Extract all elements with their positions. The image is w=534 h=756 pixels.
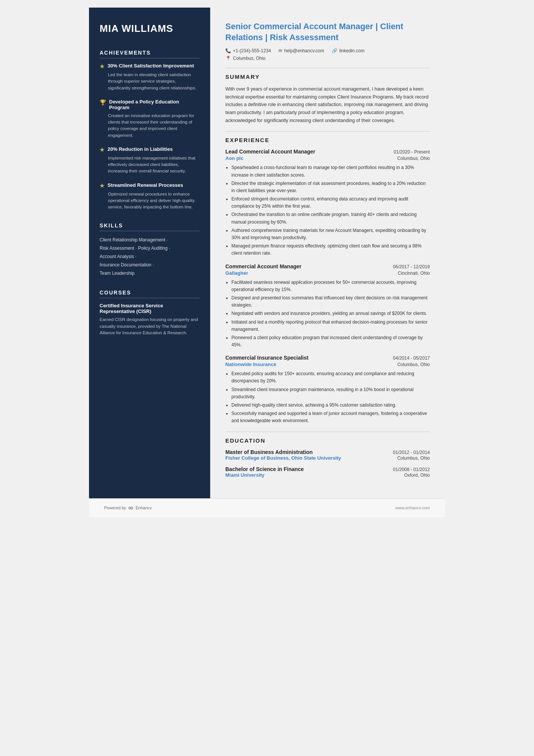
course-title: Certified Insurance Service Representati…: [100, 303, 200, 314]
bullet-item: Facilitated seamless renewal application…: [231, 279, 430, 293]
courses-title: COURSES: [100, 290, 200, 298]
edu-school-name: Fisher College of Business, Ohio State U…: [225, 455, 341, 461]
edu-header: Bachelor of Science in Finance 01/2008 -…: [225, 466, 430, 472]
skill-item: Client Relationship Management ·: [100, 236, 200, 244]
achievement-item: ★ 20% Reduction in Liabilities Implement…: [100, 146, 200, 175]
main-content: Senior Commercial Account Manager | Clie…: [210, 8, 445, 498]
exp-location: Columbus, Ohio: [397, 156, 430, 161]
phone-contact: 📞 +1-(234)-555-1234: [225, 48, 271, 53]
bullet-item: Pioneered a client policy education prog…: [231, 334, 430, 349]
location-icon: 📍: [225, 56, 231, 61]
star-icon: ★: [100, 63, 105, 69]
exp-job-title: Lead Commercial Account Manager: [225, 149, 315, 155]
phone-icon: 📞: [225, 48, 231, 53]
experience-list: Lead Commercial Account Manager 01/2020 …: [225, 149, 430, 424]
bullet-item: Directed the strategic implementation of…: [231, 180, 430, 194]
exp-header: Commercial Account Manager 06/2017 - 12/…: [225, 263, 430, 269]
exp-company-row: Aon plc Columbus, Ohio: [225, 155, 430, 161]
achievement-desc: Implemented risk management initiatives …: [100, 155, 200, 175]
sidebar: MIA WILLIAMS ACHIEVEMENTS ★ 30% Client S…: [89, 8, 210, 498]
bullet-item: Orchestrated the transition to an online…: [231, 211, 430, 225]
education-list: Master of Business Administration 01/201…: [225, 449, 430, 478]
experience-heading: EXPERIENCE: [225, 137, 430, 143]
skills-list: Client Relationship Management ·Risk Ass…: [100, 236, 200, 277]
location-row: 📍 Columbus, Ohio: [225, 56, 430, 61]
email-text: help@enhancv.com: [284, 48, 324, 53]
linkedin-text: linkedin.com: [339, 48, 365, 53]
exp-company-name: Gallagher: [225, 270, 248, 276]
divider-summary: [225, 68, 430, 68]
linkedin-contact: 🔗 linkedin.com: [332, 48, 365, 53]
email-icon: ✉: [278, 48, 282, 53]
bullet-item: Authored comprehensive training material…: [231, 227, 430, 241]
footer-website: www.enhancv.com: [395, 506, 430, 510]
trophy-icon: 🏆: [100, 99, 106, 105]
skill-item: Team Leadership: [100, 269, 200, 277]
achievement-title-text: Streamlined Renewal Processes: [108, 182, 183, 188]
exp-date: 04/2014 - 05/2017: [393, 355, 430, 361]
email-contact: ✉ help@enhancv.com: [278, 48, 324, 53]
exp-date: 06/2017 - 12/2019: [393, 264, 430, 269]
summary-text: With over 9 years of experience in comme…: [225, 85, 430, 124]
edu-location: Oxford, Ohio: [404, 473, 430, 478]
experience-item: Commercial Insurance Specialist 04/2014 …: [225, 355, 430, 424]
location-text: Columbus, Ohio: [233, 56, 265, 61]
exp-company-row: Gallagher Cincinnati, Ohio: [225, 270, 430, 276]
achievement-item: 🏆 Developed a Policy Education Program C…: [100, 99, 200, 139]
bullet-item: Successfully managed and supported a tea…: [231, 410, 430, 424]
courses-section: COURSES Certified Insurance Service Repr…: [100, 290, 200, 336]
skill-item: Account Analysis ·: [100, 252, 200, 261]
job-title: Senior Commercial Account Manager | Clie…: [225, 21, 430, 43]
education-item: Bachelor of Science in Finance 01/2008 -…: [225, 466, 430, 478]
skill-item: Risk Assessment · Policy Auditing ·: [100, 244, 200, 252]
edu-school-row: Miami University Oxford, Ohio: [225, 472, 430, 478]
bullet-item: Delivered high-quality client service, a…: [231, 402, 430, 409]
edu-degree: Master of Business Administration: [225, 449, 313, 455]
star-icon: ★: [100, 183, 105, 189]
contact-row: 📞 +1-(234)-555-1234 ✉ help@enhancv.com 🔗…: [225, 48, 430, 53]
linkedin-icon: 🔗: [332, 48, 337, 53]
exp-header: Commercial Insurance Specialist 04/2014 …: [225, 355, 430, 361]
star-icon: ★: [100, 147, 105, 153]
bullet-item: Enforced stringent documentation control…: [231, 196, 430, 210]
achievement-desc: Optimized renewal procedures to enhance …: [100, 191, 200, 211]
skill-item: Insurance Documentation ·: [100, 261, 200, 269]
education-item: Master of Business Administration 01/201…: [225, 449, 430, 461]
exp-location: Columbus, Ohio: [397, 362, 430, 367]
exp-job-title: Commercial Insurance Specialist: [225, 355, 308, 361]
edu-degree: Bachelor of Science in Finance: [225, 466, 304, 472]
skills-title: SKILLS: [100, 222, 200, 231]
achievement-title-text: 30% Client Satisfaction Improvement: [108, 63, 194, 69]
achievement-title-text: 20% Reduction in Liabilities: [108, 146, 173, 152]
exp-company-name: Aon plc: [225, 155, 244, 161]
bullet-item: Streamlined client insurance program mai…: [231, 386, 430, 401]
powered-by-label: Powered by: [104, 506, 126, 510]
exp-date: 01/2020 - Present: [394, 149, 430, 155]
experience-item: Commercial Account Manager 06/2017 - 12/…: [225, 263, 430, 349]
exp-bullets: Facilitated seamless renewal application…: [231, 279, 430, 349]
edu-date: 01/2008 - 01/2012: [393, 467, 430, 472]
exp-location: Cincinnati, Ohio: [398, 271, 430, 276]
achievement-title: ★ Streamlined Renewal Processes: [100, 182, 200, 189]
phone-text: +1-(234)-555-1234: [233, 48, 271, 53]
exp-company-name: Nationwide Insurance: [225, 362, 276, 367]
bullet-item: Initiated and led a monthly reporting pr…: [231, 319, 430, 333]
edu-location: Columbus, Ohio: [397, 455, 430, 461]
edu-header: Master of Business Administration 01/201…: [225, 449, 430, 455]
bullet-item: Designed and presented loss summaries th…: [231, 294, 430, 309]
bullet-item: Spearheaded a cross-functional team to m…: [231, 164, 430, 178]
achievement-desc: Led the team in elevating client satisfa…: [100, 72, 200, 91]
brand-logo-icon: ∞: [128, 504, 133, 512]
experience-item: Lead Commercial Account Manager 01/2020 …: [225, 149, 430, 257]
edu-school-row: Fisher College of Business, Ohio State U…: [225, 455, 430, 461]
edu-date: 01/2012 - 01/2014: [393, 450, 430, 455]
achievements-list: ★ 30% Client Satisfaction Improvement Le…: [100, 63, 200, 210]
education-heading: EDUCATION: [225, 437, 430, 444]
footer-brand: Powered by ∞ Enhancv: [104, 504, 152, 512]
brand-name: Enhancv: [136, 506, 152, 510]
achievements-section: ACHIEVEMENTS ★ 30% Client Satisfaction I…: [100, 50, 200, 210]
exp-header: Lead Commercial Account Manager 01/2020 …: [225, 149, 430, 155]
bullet-item: Negotiated with vendors and insurance pr…: [231, 310, 430, 317]
bullet-item: Managed premium finance requests effecti…: [231, 243, 430, 257]
achievement-title-text: Developed a Policy Education Program: [109, 99, 200, 110]
